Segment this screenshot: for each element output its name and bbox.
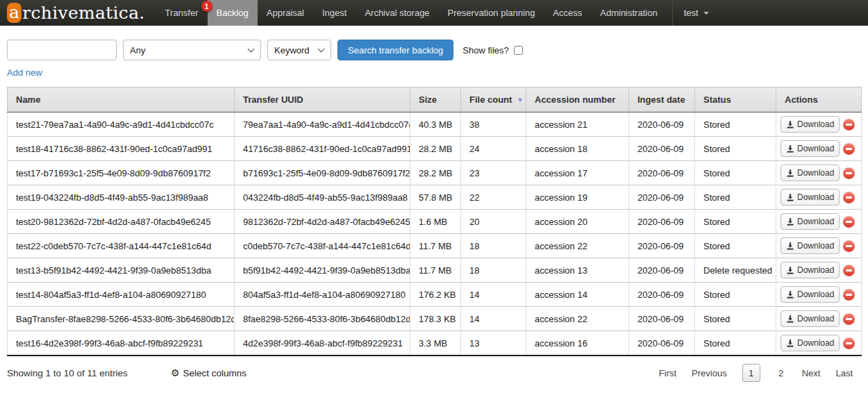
- cell-actions: Download: [776, 185, 862, 210]
- nav-item-label: Appraisal: [267, 8, 304, 18]
- table-row: BagTransfer-8fae8298-5266-4533-80f6-3b64…: [8, 307, 862, 331]
- remove-icon[interactable]: [843, 313, 855, 325]
- caret-down-icon: [703, 12, 709, 15]
- nav-item-preservation-planning[interactable]: Preservation planning: [439, 0, 544, 26]
- nav-item-ingest[interactable]: Ingest: [313, 0, 356, 26]
- download-button[interactable]: Download: [781, 237, 840, 254]
- app-logo[interactable]: archivematica.: [0, 0, 156, 26]
- cell-file-count: 22: [461, 185, 526, 210]
- cell-ingest-date: 2020-06-09: [629, 137, 695, 161]
- cell-uuid: 79ea7aa1-4a90-4a9c-a9d1-4d41cbdcc07c: [235, 112, 410, 137]
- cell-uuid: b5f91b42-4492-4421-9f39-0a9eb8513dba: [235, 258, 410, 283]
- download-icon: [786, 169, 794, 178]
- nav-item-appraisal[interactable]: Appraisal: [258, 0, 313, 26]
- nav-item-label: Administration: [600, 8, 657, 18]
- search-submit-button[interactable]: Search transfer backlog: [337, 40, 453, 60]
- download-button-label: Download: [797, 338, 834, 348]
- nav-item-label: Preservation planning: [448, 8, 535, 18]
- nav-item-administration[interactable]: Administration: [591, 0, 666, 26]
- search-field-select[interactable]: Any: [123, 40, 261, 60]
- column-header-actions[interactable]: Actions: [776, 87, 862, 112]
- remove-icon[interactable]: [843, 216, 855, 228]
- pagination-previous[interactable]: Previous: [692, 368, 727, 378]
- remove-icon[interactable]: [843, 119, 855, 131]
- column-label: Accession number: [535, 94, 615, 105]
- cell-name: BagTransfer-8fae8298-5266-4533-80f6-3b64…: [8, 307, 235, 331]
- cell-actions: Download: [776, 210, 862, 234]
- download-icon: [786, 242, 794, 251]
- download-button[interactable]: Download: [781, 189, 840, 206]
- user-menu[interactable]: test: [672, 0, 720, 26]
- nav-item-access[interactable]: Access: [544, 0, 591, 26]
- nav-item-label: Transfer: [165, 8, 199, 18]
- show-files-control: Show files?: [462, 44, 524, 57]
- cell-uuid: 8fae8298-5266-4533-80f6-3b64680db12d: [235, 307, 410, 331]
- cell-ingest-date: 2020-06-09: [629, 112, 695, 137]
- column-header-transfer-uuid[interactable]: Transfer UUID: [235, 87, 410, 112]
- nav-item-transfer[interactable]: Transfer1: [156, 0, 208, 26]
- nav-item-archival-storage[interactable]: Archival storage: [356, 0, 438, 26]
- table-row: test17-b71693c1-25f5-4e09-8d09-9db876091…: [8, 161, 862, 185]
- remove-icon[interactable]: [843, 143, 855, 155]
- remove-icon[interactable]: [843, 265, 855, 276]
- cell-file-count: 18: [461, 234, 526, 258]
- pagination-last[interactable]: Last: [835, 368, 853, 378]
- column-header-status[interactable]: Status: [695, 87, 776, 112]
- download-button[interactable]: Download: [781, 213, 840, 230]
- download-button[interactable]: Download: [781, 165, 840, 181]
- table-row: test19-043224fb-d8d5-4f49-ab55-9ac13f989…: [8, 185, 862, 210]
- pagination-page-1[interactable]: 1: [742, 364, 760, 382]
- remove-icon[interactable]: [843, 289, 855, 301]
- download-icon: [786, 120, 794, 129]
- download-button-label: Download: [797, 290, 834, 299]
- cell-status: Stored: [695, 283, 776, 307]
- cell-ingest-date: 2020-06-09: [629, 331, 695, 356]
- column-header-name[interactable]: Name: [8, 87, 235, 112]
- logo-a-mark: a: [7, 3, 22, 23]
- column-header-file-count[interactable]: File count▼: [461, 87, 526, 112]
- remove-icon[interactable]: [843, 337, 855, 349]
- cell-status: Stored: [695, 331, 776, 356]
- cell-ingest-date: 2020-06-09: [629, 258, 695, 283]
- cell-status: Stored: [695, 161, 776, 185]
- cell-accession-number: accession 14: [526, 283, 629, 307]
- add-new-link[interactable]: Add new: [7, 67, 42, 78]
- download-button[interactable]: Download: [781, 140, 840, 157]
- pagination-next[interactable]: Next: [802, 368, 821, 378]
- download-button[interactable]: Download: [781, 335, 840, 351]
- pagination-first[interactable]: First: [659, 368, 676, 378]
- search-bar: Any Keyword Search transfer backlog Show…: [7, 40, 868, 60]
- remove-icon[interactable]: [843, 192, 855, 203]
- cell-accession-number: accession 22: [526, 307, 629, 331]
- pagination-pages: 12: [727, 364, 787, 382]
- notification-badge: 1: [201, 1, 212, 12]
- gear-icon: ⚙︎: [171, 367, 180, 378]
- download-button-label: Download: [797, 241, 834, 251]
- download-button[interactable]: Download: [781, 310, 840, 327]
- download-button-label: Download: [797, 314, 834, 324]
- download-button-label: Download: [797, 265, 834, 275]
- show-files-checkbox[interactable]: [514, 46, 523, 55]
- search-query-input[interactable]: [7, 40, 117, 60]
- search-type-select[interactable]: Keyword: [267, 40, 331, 60]
- search-type-select-wrap: Keyword: [267, 40, 331, 60]
- download-button[interactable]: Download: [781, 286, 840, 303]
- nav-item-label: Backlog: [217, 8, 249, 18]
- column-header-ingest-date[interactable]: Ingest date: [629, 87, 695, 112]
- cell-uuid: c0deb570-7c7c-438f-a144-447c1e81c64d: [235, 234, 410, 258]
- cell-size: 176.2 KB: [410, 283, 461, 307]
- select-columns-button[interactable]: ⚙︎ Select columns: [171, 367, 247, 378]
- download-button[interactable]: Download: [781, 262, 840, 278]
- column-header-accession-number[interactable]: Accession number: [526, 87, 629, 112]
- cell-status: Stored: [695, 234, 776, 258]
- nav-item-backlog[interactable]: Backlog: [208, 0, 258, 26]
- table-header-row: NameTransfer UUIDSizeFile count▼Accessio…: [8, 87, 862, 112]
- remove-icon[interactable]: [843, 240, 855, 252]
- column-header-size[interactable]: Size: [410, 87, 461, 112]
- remove-icon[interactable]: [843, 167, 855, 179]
- pagination-page-2[interactable]: 2: [776, 368, 787, 378]
- download-button-label: Download: [797, 119, 834, 129]
- download-button[interactable]: Download: [781, 116, 840, 133]
- cell-name: test13-b5f91b42-4492-4421-9f39-0a9eb8513…: [8, 258, 235, 283]
- logo-text: rchivematica.: [22, 4, 144, 22]
